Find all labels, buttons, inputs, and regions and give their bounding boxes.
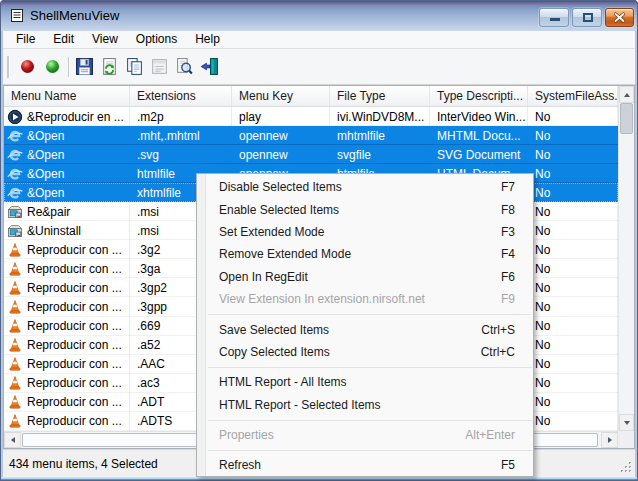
- title-bar: ShellMenuView: [0, 0, 638, 31]
- scroll-down-button[interactable]: [619, 414, 634, 431]
- table-row[interactable]: &Open.mht,.mhtmlopennewmhtmlfileMHTML Do…: [4, 126, 618, 145]
- column-header[interactable]: Type Descripti...: [430, 86, 528, 106]
- menubar-item-help[interactable]: Help: [186, 31, 229, 48]
- app-icon: [10, 8, 24, 23]
- refresh-button[interactable]: [97, 54, 122, 79]
- properties-icon: [150, 57, 169, 76]
- save-icon: [75, 57, 94, 76]
- scroll-up-icon: [624, 93, 630, 97]
- context-menu-item: PropertiesAlt+Enter: [197, 424, 533, 446]
- scroll-left-icon: [11, 437, 15, 443]
- table-cell: &Open: [4, 126, 130, 145]
- table-row[interactable]: &Reproducir en ....m2pplayivi.WinDVD8M..…: [4, 107, 618, 126]
- menu-separator: [197, 416, 533, 424]
- msi-icon: [7, 204, 23, 220]
- scroll-up-button[interactable]: [619, 86, 634, 103]
- menubar-item-file[interactable]: File: [7, 31, 44, 48]
- vlc-icon: [7, 413, 23, 429]
- vlc-icon: [7, 261, 23, 277]
- exit-button[interactable]: [197, 54, 222, 79]
- cell-text: Reproducir con ...: [27, 357, 122, 371]
- table-cell: opennew: [232, 145, 330, 164]
- close-button[interactable]: [605, 8, 634, 27]
- table-cell: Reproducir con ...: [4, 355, 130, 374]
- context-menu-item[interactable]: Save Selected ItemsCtrl+S: [197, 318, 533, 340]
- save-button[interactable]: [72, 54, 97, 79]
- context-menu-item[interactable]: Set Extended ModeF3: [197, 221, 533, 243]
- toolbar: [3, 48, 635, 85]
- menu-item-label: Set Extended Mode: [197, 225, 324, 239]
- column-header[interactable]: SystemFileAss.: [528, 86, 618, 106]
- menu-separator: [197, 446, 533, 454]
- caption-buttons: [536, 8, 634, 27]
- cell-text: Reproducir con ...: [27, 338, 122, 352]
- menu-separator: [197, 310, 533, 318]
- copy-icon: [125, 57, 144, 76]
- menu-separator: [197, 363, 533, 371]
- minimize-button[interactable]: [539, 8, 569, 27]
- window-title: ShellMenuView: [30, 8, 119, 23]
- context-menu: Disable Selected ItemsF7Enable Selected …: [196, 173, 534, 477]
- cell-text: Reproducir con ...: [27, 319, 122, 333]
- column-header[interactable]: Menu Name: [4, 86, 130, 106]
- cell-text: &Open: [27, 186, 64, 200]
- context-menu-item[interactable]: RefreshF5: [197, 454, 533, 476]
- resize-grip[interactable]: [620, 461, 633, 474]
- enable-selected-button[interactable]: [40, 54, 65, 79]
- column-header[interactable]: Extensions: [130, 86, 232, 106]
- vertical-scrollbar[interactable]: [618, 86, 634, 431]
- scroll-right-icon: [608, 437, 612, 443]
- context-menu-item[interactable]: Copy Selected ItemsCtrl+C: [197, 341, 533, 363]
- menu-item-label: View Extension In extension.nirsoft.net: [197, 292, 425, 306]
- menu-item-shortcut: Ctrl+C: [481, 345, 533, 359]
- disable-selected-button[interactable]: [15, 54, 40, 79]
- copy-button[interactable]: [122, 54, 147, 79]
- vlc-icon: [7, 375, 23, 391]
- vlc-icon: [7, 242, 23, 258]
- ie-icon: [7, 147, 23, 163]
- table-cell: No: [528, 393, 618, 412]
- red-circle-icon: [21, 60, 34, 73]
- context-menu-item[interactable]: Remove Extended ModeF4: [197, 243, 533, 265]
- context-menu-item[interactable]: Open In RegEditF6: [197, 266, 533, 288]
- table-cell: Reproducir con ...: [4, 317, 130, 336]
- cell-text: Reproducir con ...: [27, 281, 122, 295]
- table-cell: mhtmlfile: [330, 126, 430, 145]
- menu-item-label: HTML Report - All Items: [197, 375, 347, 389]
- scroll-right-button[interactable]: [601, 432, 618, 448]
- table-row[interactable]: &Open.svgopennewsvgfileSVG DocumentNo: [4, 145, 618, 164]
- column-header[interactable]: Menu Key: [232, 86, 330, 106]
- context-menu-item[interactable]: Disable Selected ItemsF7: [197, 176, 533, 198]
- table-cell: svgfile: [330, 145, 430, 164]
- table-cell: play: [232, 107, 330, 126]
- menu-item-shortcut: F9: [501, 292, 533, 306]
- table-cell: Re&pair: [4, 202, 130, 221]
- context-menu-item[interactable]: HTML Report - All Items: [197, 371, 533, 393]
- cell-text: &Open: [27, 148, 64, 162]
- table-cell: .m2p: [130, 107, 232, 126]
- ie-icon: [7, 128, 23, 144]
- context-menu-item[interactable]: HTML Report - Selected Items: [197, 394, 533, 416]
- column-header[interactable]: File Type: [330, 86, 430, 106]
- maximize-button[interactable]: [572, 8, 602, 27]
- find-button[interactable]: [172, 54, 197, 79]
- cell-text: Reproducir con ...: [27, 262, 122, 276]
- vertical-scroll-thumb[interactable]: [620, 103, 633, 134]
- table-cell: &Reproducir en ...: [4, 107, 130, 126]
- scrollbar-corner: [618, 431, 634, 448]
- menubar-item-view[interactable]: View: [83, 31, 127, 48]
- context-menu-items: Disable Selected ItemsF7Enable Selected …: [197, 176, 533, 477]
- status-text: 434 menu items, 4 Selected: [9, 457, 158, 471]
- menu-item-label: Refresh: [197, 458, 261, 472]
- table-cell: No: [528, 374, 618, 393]
- table-cell: SVG Document: [430, 145, 528, 164]
- scroll-left-button[interactable]: [4, 432, 21, 448]
- menu-item-label: Save Selected Items: [197, 323, 329, 337]
- list-header: Menu NameExtensionsMenu KeyFile TypeType…: [4, 86, 618, 107]
- menubar-item-edit[interactable]: Edit: [44, 31, 83, 48]
- ie-icon: [7, 185, 23, 201]
- context-menu-item[interactable]: Enable Selected ItemsF8: [197, 198, 533, 220]
- vlc-icon: [7, 280, 23, 296]
- menu-item-shortcut: Ctrl+S: [481, 323, 533, 337]
- menubar-item-options[interactable]: Options: [127, 31, 186, 48]
